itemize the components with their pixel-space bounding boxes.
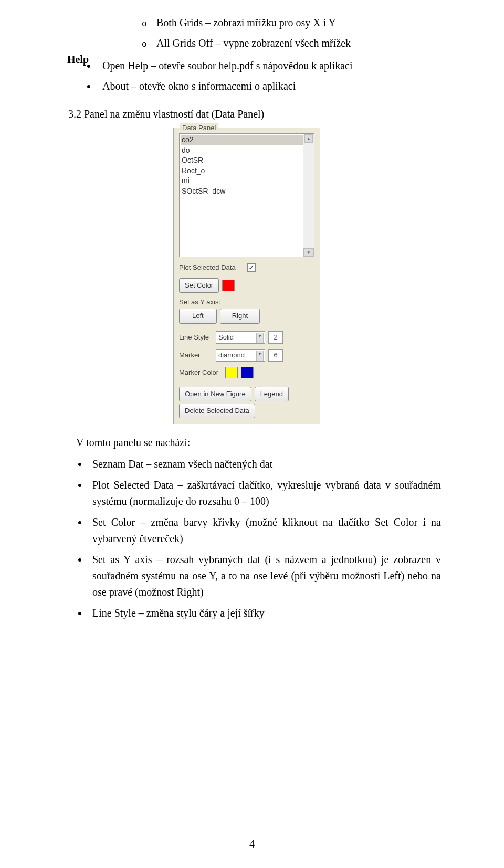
linestyle-width-field[interactable]: 2: [268, 331, 283, 344]
set-color-button[interactable]: Set Color: [179, 278, 219, 293]
subitem-all-off: All Grids Off – vypne zobrazení všech mř…: [156, 35, 351, 51]
help-item-open: Open Help – otevře soubor help.pdf s náp…: [97, 58, 441, 74]
panel-intro-text: V tomto panelu se nachází:: [76, 435, 441, 451]
linestyle-label: Line Style: [179, 332, 213, 343]
right-axis-button[interactable]: Right: [220, 309, 260, 323]
list-item[interactable]: SOctSR_dcw: [181, 186, 313, 197]
list-item[interactable]: do: [181, 145, 313, 156]
help-item-about: About – otevře okno s informacemi o apli…: [97, 78, 441, 94]
panel-bullet: Set as Y axis – rozsah vybraných dat (i …: [88, 552, 441, 600]
chevron-down-icon: ▼: [256, 333, 264, 343]
panel-bullet: Seznam Dat – seznam všech načtených dat: [88, 456, 441, 472]
set-as-y-axis-label: Set as Y axis:: [179, 297, 220, 308]
marker-size-field[interactable]: 6: [268, 349, 283, 362]
list-item[interactable]: co2: [181, 135, 313, 145]
list-item[interactable]: mi: [181, 176, 313, 186]
help-heading: Help: [67, 51, 89, 68]
chevron-down-icon: ▼: [256, 351, 264, 361]
left-axis-button[interactable]: Left: [179, 309, 217, 323]
data-panel-screenshot: Data Panel co2 do OctSR Roct_o mi SOctSR…: [173, 128, 320, 424]
legend-button[interactable]: Legend: [255, 387, 289, 401]
panel-bullet: Set Color – změna barvy křivky (možné kl…: [88, 514, 441, 547]
list-item[interactable]: OctSR: [181, 155, 313, 166]
page-number: 4: [0, 836, 504, 852]
subitem-both-grids: Both Grids – zobrazí mřížku pro osy X i …: [156, 15, 336, 31]
listbox-scrollbar[interactable]: ▲ ▼: [303, 134, 314, 257]
scroll-down-icon[interactable]: ▼: [303, 248, 314, 257]
markercolor-label: Marker Color: [179, 367, 222, 378]
marker-label: Marker: [179, 350, 213, 361]
color-swatch-red[interactable]: [222, 280, 235, 291]
marker-select[interactable]: diamond ▼: [216, 349, 265, 362]
panel-title: Data Panel: [180, 123, 218, 133]
color-swatch-yellow[interactable]: [225, 367, 238, 378]
list-item[interactable]: Roct_o: [181, 166, 313, 176]
panel-bullet: Plot Selected Data – zaškrtávací tlačítk…: [88, 477, 441, 510]
section-heading: 3.2 Panel na změnu vlastností dat (Data …: [68, 106, 441, 122]
plot-selected-checkbox[interactable]: ✓: [247, 263, 256, 272]
circle-bullet: o: [142, 38, 156, 51]
data-listbox[interactable]: co2 do OctSR Roct_o mi SOctSR_dcw ▲ ▼: [179, 133, 314, 257]
circle-bullet: o: [142, 18, 156, 31]
color-swatch-blue[interactable]: [241, 367, 254, 378]
panel-bullet: Line Style – změna stylu čáry a její šíř…: [88, 605, 441, 621]
scroll-up-icon[interactable]: ▲: [304, 134, 313, 143]
delete-data-button[interactable]: Delete Selected Data: [179, 404, 255, 418]
open-figure-button[interactable]: Open in New Figure: [179, 387, 251, 401]
plot-selected-label: Plot Selected Data: [179, 262, 236, 273]
linestyle-select[interactable]: Solid ▼: [216, 331, 265, 344]
